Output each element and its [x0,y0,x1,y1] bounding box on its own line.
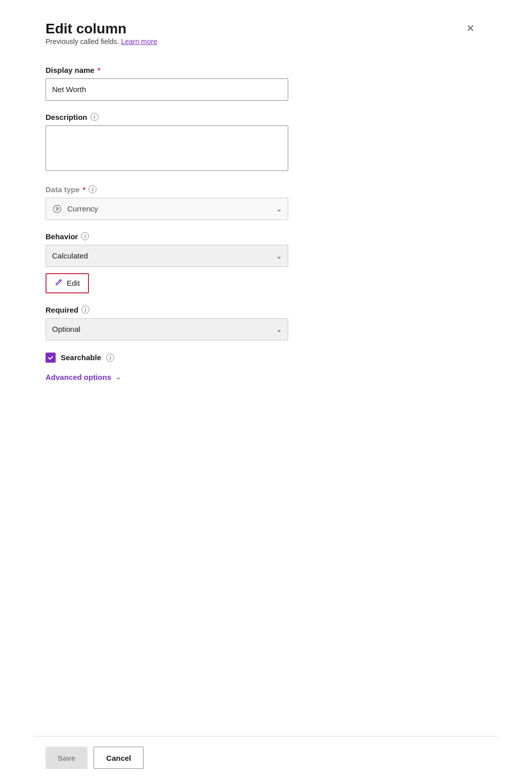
searchable-row: Searchable i [46,353,478,363]
panel-header: Edit column Previously called fields. Le… [46,20,478,62]
edit-column-panel: Edit column Previously called fields. Le… [33,0,499,779]
required-section: Required i Optional ⌄ [46,306,478,340]
behavior-select[interactable]: Calculated [46,245,288,267]
data-type-select[interactable]: Currency [46,198,288,220]
save-button[interactable]: Save [46,747,87,769]
edit-button-label: Edit [67,279,80,287]
edit-button[interactable]: Edit [46,273,89,293]
data-type-value: Currency [67,204,98,213]
data-type-info-icon[interactable]: i [88,185,97,193]
behavior-value: Calculated [52,251,88,260]
searchable-info-icon[interactable]: i [106,354,114,362]
currency-select-icon [52,204,62,214]
required-select-wrapper: Optional ⌄ [46,318,288,340]
searchable-checkbox[interactable] [46,353,56,363]
required-info-icon[interactable]: i [81,306,90,314]
cancel-button[interactable]: Cancel [94,747,144,769]
behavior-label: Behavior i [46,232,478,241]
advanced-options-row[interactable]: Advanced options ⌄ [46,373,478,381]
panel-subtitle: Previously called fields. Learn more [46,37,157,46]
panel-title-group: Edit column Previously called fields. Le… [46,20,157,62]
required-label: Required i [46,306,478,314]
required-value: Optional [52,325,80,333]
description-input[interactable] [46,125,288,171]
behavior-info-icon[interactable]: i [81,232,89,240]
display-name-required-star: * [98,66,101,74]
display-name-section: Display name * [46,66,478,101]
data-type-select-wrapper: Currency ⌄ [46,198,288,220]
close-button[interactable]: ✕ [462,20,478,36]
display-name-label: Display name * [46,66,478,74]
description-info-icon[interactable]: i [91,113,99,121]
data-type-label: Data type * i [46,185,478,194]
behavior-select-wrapper: Calculated ⌄ [46,245,288,267]
required-select[interactable]: Optional [46,318,288,340]
close-icon: ✕ [466,22,475,34]
display-name-input[interactable] [46,78,288,101]
description-section: Description i [46,113,478,173]
advanced-options-label: Advanced options [46,373,111,381]
description-label: Description i [46,113,478,121]
pencil-icon [55,278,63,288]
data-type-section: Data type * i Currency ⌄ [46,185,478,220]
searchable-label: Searchable [61,353,101,362]
footer: Save Cancel [33,736,499,779]
learn-more-link[interactable]: Learn more [121,37,157,46]
behavior-section: Behavior i Calculated ⌄ Edit [46,232,478,293]
data-type-required-star: * [83,185,86,194]
subtitle-text: Previously called fields. [46,37,119,46]
panel-title: Edit column [46,20,157,37]
advanced-options-chevron-icon: ⌄ [115,373,121,381]
